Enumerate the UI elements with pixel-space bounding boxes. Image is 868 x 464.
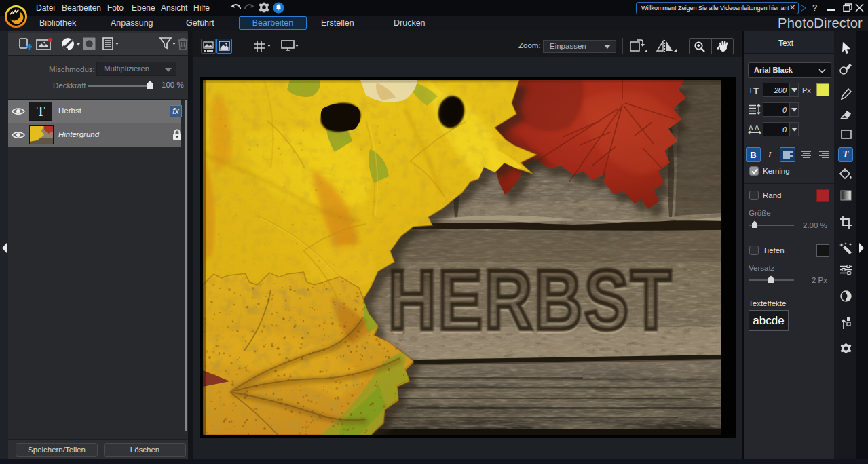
svg-text:T: T bbox=[749, 87, 753, 94]
svg-text:HERBST: HERBST bbox=[388, 252, 673, 347]
svg-text:A: A bbox=[749, 124, 753, 131]
svg-text:A: A bbox=[755, 124, 759, 131]
svg-text:T: T bbox=[753, 85, 759, 96]
